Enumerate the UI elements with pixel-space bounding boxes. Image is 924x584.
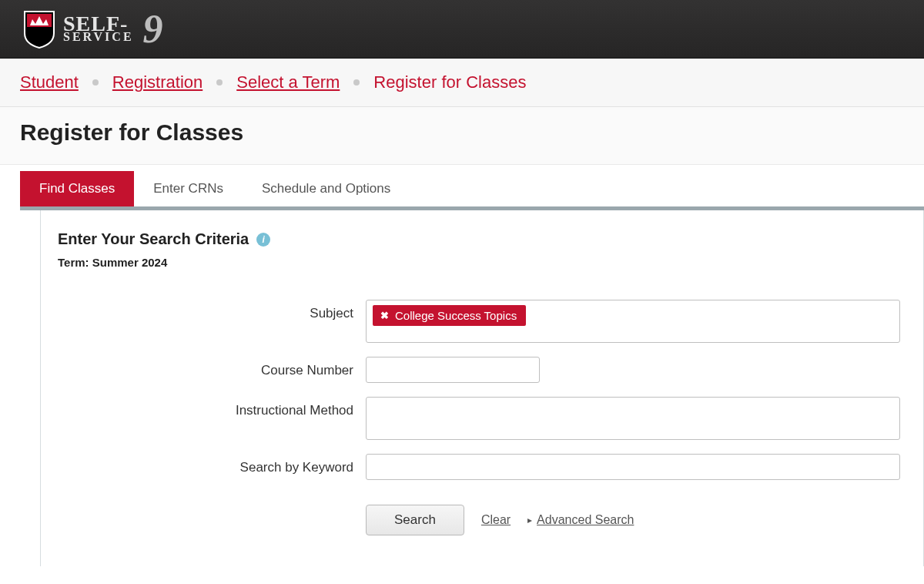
content-panel: Enter Your Search Criteria i Term: Summe… xyxy=(40,210,924,566)
tabs-container: Find Classes Enter CRNs Schedule and Opt… xyxy=(20,171,924,566)
page-title-area: Register for Classes xyxy=(0,107,924,165)
row-keyword: Search by Keyword xyxy=(58,454,900,480)
course-number-input[interactable] xyxy=(366,357,540,383)
label-course-number: Course Number xyxy=(58,357,366,378)
search-form: Subject ✖ College Success Topics Course … xyxy=(58,300,900,535)
breadcrumb: Student Registration Select a Term Regis… xyxy=(0,59,924,107)
breadcrumb-registration[interactable]: Registration xyxy=(112,72,203,92)
remove-tag-icon[interactable]: ✖ xyxy=(380,310,389,321)
clear-link[interactable]: Clear xyxy=(481,513,511,527)
breadcrumb-student[interactable]: Student xyxy=(20,72,79,92)
breadcrumb-select-term[interactable]: Select a Term xyxy=(236,72,340,92)
criteria-title: Enter Your Search Criteria xyxy=(58,230,249,248)
logo-sub: SERVICE xyxy=(63,32,134,42)
shield-icon xyxy=(23,10,55,49)
label-instructional-method: Instructional Method xyxy=(58,397,366,418)
breadcrumb-separator-icon xyxy=(353,79,360,86)
criteria-term: Term: Summer 2024 xyxy=(58,256,900,269)
keyword-input[interactable] xyxy=(366,454,900,480)
label-subject: Subject xyxy=(58,300,366,321)
breadcrumb-current: Register for Classes xyxy=(373,72,526,92)
page-title: Register for Classes xyxy=(20,119,904,146)
breadcrumb-separator-icon xyxy=(216,79,223,86)
row-instructional-method: Instructional Method xyxy=(58,397,900,440)
row-course-number: Course Number xyxy=(58,357,900,383)
instructional-method-input[interactable] xyxy=(366,397,900,440)
criteria-heading: Enter Your Search Criteria i xyxy=(58,230,900,248)
subject-input[interactable]: ✖ College Success Topics xyxy=(366,300,900,343)
term-label: Term: xyxy=(58,256,89,269)
search-button[interactable]: Search xyxy=(366,505,464,535)
button-row: Search Clear ▸ Advanced Search xyxy=(366,505,900,535)
caret-right-icon: ▸ xyxy=(527,515,532,525)
row-subject: Subject ✖ College Success Topics xyxy=(58,300,900,343)
app-header: SELF- SERVICE 9 xyxy=(0,0,924,59)
info-icon[interactable]: i xyxy=(256,233,270,247)
label-keyword: Search by Keyword xyxy=(58,454,366,475)
tab-find-classes[interactable]: Find Classes xyxy=(20,171,134,206)
subject-tag-label: College Success Topics xyxy=(395,309,517,322)
app-logo: SELF- SERVICE 9 xyxy=(23,9,163,49)
advanced-search[interactable]: ▸ Advanced Search xyxy=(527,513,634,527)
logo-suffix: 9 xyxy=(143,9,163,49)
tab-enter-crns[interactable]: Enter CRNs xyxy=(134,171,243,206)
tabs: Find Classes Enter CRNs Schedule and Opt… xyxy=(20,171,924,206)
subject-tag: ✖ College Success Topics xyxy=(373,305,526,326)
criteria-area: Enter Your Search Criteria i Term: Summe… xyxy=(41,210,923,566)
term-value: Summer 2024 xyxy=(92,256,168,269)
logo-text: SELF- SERVICE xyxy=(63,15,134,42)
advanced-search-label: Advanced Search xyxy=(537,513,634,527)
tab-schedule-options[interactable]: Schedule and Options xyxy=(243,171,410,206)
breadcrumb-separator-icon xyxy=(92,79,99,86)
